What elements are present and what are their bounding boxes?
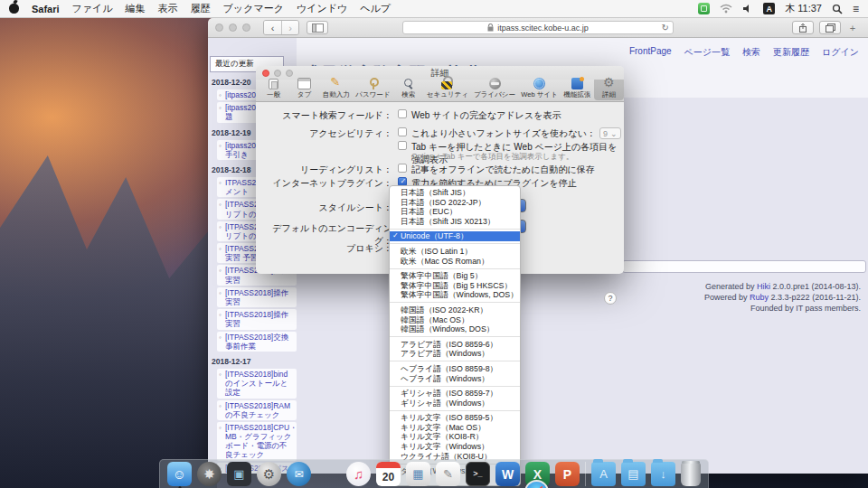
forward-button[interactable]: › (281, 21, 298, 34)
sidebar-entry[interactable]: [ITPASS2018]CPU・MB・グラフィックボード・電源の不良チェック (217, 422, 297, 461)
spotlight-icon[interactable] (832, 4, 843, 14)
volume-icon[interactable] (742, 4, 753, 14)
sidebar-entry[interactable]: [ITPASS2018]交換事前作業 (217, 332, 297, 352)
green-app-status-icon[interactable] (698, 3, 710, 14)
page-nav-link[interactable]: 更新履歴 (773, 46, 809, 59)
minimize-button[interactable] (229, 23, 237, 32)
encoding-option[interactable]: ✓ (390, 361, 520, 361)
ruby-link[interactable]: Ruby (750, 293, 769, 302)
dock-icon-terminal[interactable]: >_ (466, 462, 490, 486)
zoom-button[interactable] (242, 23, 250, 32)
tab-highlight-checkbox[interactable] (398, 141, 407, 150)
dock-icon-textedit[interactable]: ✎ (436, 462, 460, 486)
encoding-option[interactable]: ✓ ヘブライ語（ISO 8859-8） (390, 364, 520, 374)
dock-icon-finder[interactable]: ☺ (167, 462, 192, 486)
encoding-option[interactable]: ✓ (390, 410, 520, 411)
encoding-option[interactable]: ✓ 繁体字中国語（Big 5） (390, 271, 520, 281)
encoding-option[interactable]: ✓ 韓国語（Mac OS） (390, 315, 520, 325)
dock-icon-mission[interactable]: ▣ (227, 462, 251, 486)
new-tab-button[interactable]: + (846, 21, 859, 34)
sidebar-entry[interactable]: [ITPASS2018]RAM の不良チェック (217, 400, 297, 420)
dock-icon-folder-apps[interactable]: A (591, 462, 616, 486)
menubar-menu-item[interactable]: 履歴 (191, 2, 211, 15)
dock-icon-powerpoint[interactable]: P (555, 462, 580, 486)
encoding-option[interactable]: ✓ 日本語（Shift JIS） (390, 188, 520, 198)
dock-icon-launchpad[interactable]: ✸ (197, 462, 222, 486)
dock-icon-folder-downloads[interactable]: ↓ (651, 462, 675, 486)
offline-save-checkbox[interactable] (398, 164, 407, 173)
sidebar-entry[interactable]: [ITPASS2018]操作実習 (217, 309, 297, 329)
notification-center-icon[interactable]: ≡ (853, 3, 859, 15)
menubar-menu-item[interactable]: 表示 (158, 2, 178, 15)
wifi-icon[interactable] (720, 4, 732, 14)
dock-icon-separator[interactable] (585, 462, 586, 486)
prefs-tab-general[interactable]: 一般 (259, 78, 288, 100)
encoding-option[interactable]: ✓ (390, 243, 520, 244)
prefs-tab-websites[interactable]: Web サイト (519, 77, 561, 100)
dock-icon-sysprefs[interactable]: ⚙ (257, 462, 281, 486)
encoding-option[interactable]: ✓ 日本語（Shift JIS X0213） (390, 217, 520, 227)
encoding-option[interactable]: ✓ 日本語（EUC） (390, 207, 520, 217)
prefs-tab-advanced[interactable]: 詳細 (594, 77, 624, 100)
menubar-app-name[interactable]: Safari (32, 4, 60, 14)
dock-icon-trash[interactable] (681, 463, 701, 486)
help-button[interactable]: ? (604, 292, 617, 305)
reload-icon[interactable]: ↻ (662, 23, 669, 33)
encoding-option[interactable]: ✓ 韓国語（ISO 2022-KR） (390, 305, 520, 315)
menubar-menu-item[interactable]: ウインドウ (297, 2, 347, 15)
encoding-option[interactable]: ✓ (390, 386, 520, 387)
show-full-address-checkbox[interactable] (398, 109, 407, 118)
min-font-size-checkbox[interactable] (398, 127, 407, 136)
encoding-option[interactable]: ✓ 繁体字中国語（Windows, DOS） (390, 290, 520, 300)
prefs-tab-tabs[interactable]: タブ (289, 77, 319, 100)
font-size-select[interactable]: 9 ⌄ (599, 127, 621, 139)
sidebar-entry[interactable]: [ITPASS2018]bindのインストールと設定 (217, 369, 297, 399)
prefs-tab-search[interactable]: 検索 (393, 77, 423, 100)
sidebar-entry[interactable]: 2018-12-17 (212, 357, 299, 366)
encoding-option[interactable]: ✓ (390, 336, 520, 337)
address-bar[interactable]: itpass.scitec.kobe-u.ac.jp ↻ (402, 21, 674, 34)
apple-menu-icon[interactable] (9, 4, 19, 14)
dock-icon-word[interactable]: W (495, 462, 520, 486)
encoding-option[interactable]: ✓ キリル文字（Mac OS） (390, 423, 520, 433)
input-source-icon[interactable]: A (763, 3, 775, 14)
encoding-option[interactable]: ✓ (390, 229, 520, 230)
dock-icon-thunderbird[interactable]: ✉ (287, 462, 311, 486)
encoding-option[interactable]: ✓ アラビア語（ISO 8859-6） (390, 340, 520, 350)
encoding-option[interactable]: ✓ ギリシャ語（Windows） (390, 399, 520, 408)
page-nav-link[interactable]: 検索 (742, 46, 760, 59)
menubar-clock[interactable]: 木 11:37 (785, 2, 822, 15)
encoding-option[interactable]: ✓ (390, 302, 520, 303)
dock-icon-itunes[interactable]: ♫ (346, 462, 371, 486)
prefs-tab-extensions[interactable]: 機能拡張 (561, 77, 593, 100)
back-button[interactable]: ‹ (264, 21, 281, 34)
encoding-option[interactable]: ✓ ヘブライ語（Windows） (390, 374, 520, 384)
page-nav-link[interactable]: FrontPage (629, 46, 672, 59)
encoding-option[interactable]: ✓ キリル文字（KOI8-R） (390, 432, 520, 442)
encoding-option[interactable]: ✓ キリル文字（Windows） (390, 442, 520, 452)
sidebar-entry[interactable]: [ITPASS2018]操作実習 (217, 287, 297, 307)
hiki-link[interactable]: Hiki (757, 282, 770, 291)
encoding-option[interactable]: ✓ 欧米（Mac OS Roman） (390, 257, 520, 267)
encoding-option[interactable]: ✓ 欧米（ISO Latin 1） (390, 247, 520, 257)
dock-icon-folder-docs[interactable]: ▤ (621, 462, 646, 486)
prefs-tab-passwords[interactable]: パスワード (354, 77, 393, 100)
menubar-menu-item[interactable]: ブックマーク (223, 2, 284, 15)
encoding-option[interactable]: ✓ ギリシャ語（ISO 8859-7） (390, 389, 520, 399)
sidebar-toggle-button[interactable] (307, 21, 328, 34)
prefs-tab-security[interactable]: セキュリティ (424, 77, 470, 100)
menubar-menu-item[interactable]: 編集 (126, 2, 146, 15)
encoding-option[interactable]: ✓ キリル文字（ISO 8859-5） (390, 413, 520, 423)
dock-icon-calendar[interactable]: 20 (376, 462, 401, 486)
tab-overview-button[interactable] (819, 21, 841, 34)
prefs-tab-privacy[interactable]: プライバシー (471, 77, 517, 100)
menubar-menu-item[interactable]: ヘルプ (360, 2, 391, 15)
encoding-option[interactable]: ✓ (390, 268, 520, 269)
encoding-option[interactable]: ✓ 日本語（ISO 2022-JP） (390, 198, 520, 208)
encoding-option[interactable]: ✓ 繁体字中国語（Big 5 HKSCS） (390, 281, 520, 291)
menubar-menu-item[interactable]: ファイル (72, 2, 113, 15)
share-button[interactable] (792, 21, 814, 34)
encoding-option[interactable]: ✓ アラビア語（Windows） (390, 349, 520, 359)
encoding-option[interactable]: ✓ 韓国語（Windows, DOS） (390, 324, 520, 334)
encoding-option[interactable]: ✓ Unicode（UTF-8） (390, 231, 520, 241)
